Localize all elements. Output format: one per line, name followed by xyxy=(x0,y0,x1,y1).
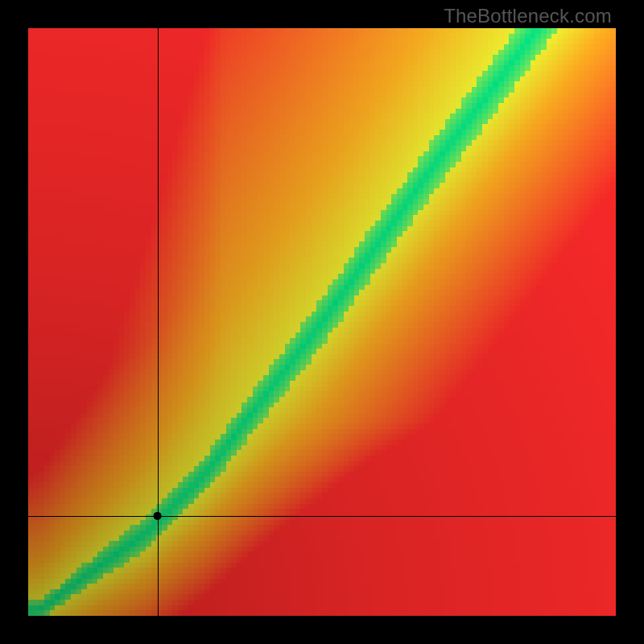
heatmap-plot xyxy=(28,28,616,616)
outer-frame: TheBottleneck.com xyxy=(0,0,644,644)
crosshair-overlay xyxy=(28,28,616,616)
watermark-text: TheBottleneck.com xyxy=(444,5,612,27)
